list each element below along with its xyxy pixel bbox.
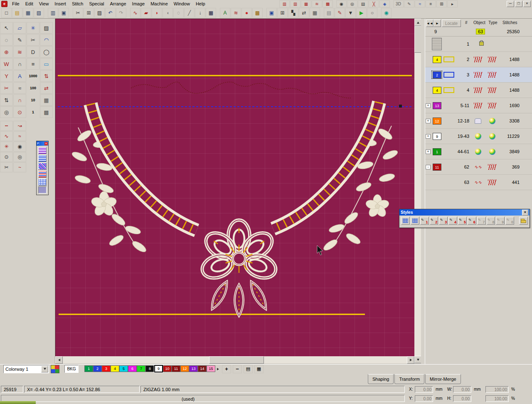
lettering-tool[interactable]: A <box>13 70 26 82</box>
zoom-preset-1000[interactable]: 1000 <box>27 70 39 82</box>
pattern-stamp-tool[interactable]: ▩ <box>40 106 53 118</box>
menu-item[interactable]: View <box>36 0 52 7</box>
wave-effect-tool[interactable]: ∿ <box>0 131 13 141</box>
object-row[interactable]: 4 2 1488 <box>425 52 532 67</box>
expander-toggle[interactable]: - <box>426 165 431 169</box>
filter-button[interactable]: ▼ <box>345 8 356 18</box>
thread-color-chip[interactable]: 4 <box>432 56 442 63</box>
menu-item[interactable]: Insert <box>52 0 69 7</box>
film-tool[interactable]: ▦ <box>40 94 53 106</box>
digitize-polygon-tool[interactable]: ▱ <box>13 22 26 34</box>
motif-run-icon[interactable]: ≋ <box>312 0 322 7</box>
select-tool[interactable]: ↖ <box>0 22 13 34</box>
save-design-button[interactable]: ▦ <box>23 8 33 18</box>
palette-editor-icon[interactable] <box>51 365 59 373</box>
pointer-help-icon[interactable]: ▸ <box>447 0 458 7</box>
panel-splitter[interactable] <box>421 19 425 364</box>
open-design-button[interactable]: ▤ <box>12 8 22 18</box>
color-film-view-button[interactable]: ◄◄ <box>426 20 433 27</box>
menu-item[interactable]: Edit <box>22 0 36 7</box>
object-row[interactable]: 63 441 <box>425 175 532 190</box>
colorway-chip[interactable]: 4 <box>111 365 119 372</box>
needle-edit-button[interactable]: ✎ <box>335 8 345 18</box>
styles-title-bar[interactable]: Styles × <box>399 209 530 215</box>
hoop-toggle-button[interactable]: ○ <box>367 8 377 18</box>
colorway-chip[interactable]: 14 <box>198 365 207 372</box>
colorway-chip[interactable]: 10 <box>163 365 172 372</box>
redo-button[interactable]: ↷ <box>116 8 126 18</box>
zigzag-input-tool[interactable]: ≋ <box>13 46 26 58</box>
eyelet-tool[interactable]: ⊙ <box>13 106 26 118</box>
export-machine-file-button[interactable]: ▧ <box>34 8 44 18</box>
mini-palette-title-bar[interactable]: P. × <box>37 141 48 146</box>
hoop-rotate-tool[interactable]: ∩ <box>13 94 26 106</box>
apply-style-3[interactable]: 3 <box>439 217 448 225</box>
ring-small-tool[interactable]: ◎ <box>13 152 26 162</box>
apply-style-9[interactable]: 9 <box>496 217 505 225</box>
thread-colors-button[interactable]: ● <box>241 8 252 18</box>
drop-shape-tool[interactable]: D <box>27 46 39 58</box>
background-color-button[interactable]: BKG <box>64 365 79 373</box>
array-layout-button[interactable]: ▦ <box>310 8 320 18</box>
thread-color-chip[interactable]: 4 <box>432 86 442 94</box>
expander-toggle[interactable]: + <box>426 134 431 139</box>
warp-effect-icon[interactable]: ✎ <box>404 0 414 7</box>
cut-button[interactable]: ✂ <box>73 8 83 18</box>
vertical-scroll-thumb[interactable] <box>414 26 421 53</box>
scroll-right-button[interactable] <box>407 356 414 364</box>
colorway-select[interactable]: Colorway 1 <box>3 365 49 373</box>
fill-pattern-4[interactable] <box>38 171 47 178</box>
outline-dotted-button[interactable]: ◌ <box>173 8 184 18</box>
colorway-chip[interactable]: 15 <box>207 365 215 372</box>
menu-item[interactable]: Stitch <box>69 0 86 7</box>
lasso-select-tool[interactable]: ◌ <box>0 34 13 46</box>
fill-pattern-1[interactable] <box>38 147 47 154</box>
applique-icon[interactable]: ◈ <box>379 0 390 7</box>
apply-style-0[interactable]: 0 <box>505 217 514 225</box>
run-journey-tool[interactable]: ┅ <box>0 121 13 131</box>
eyelet-small-tool[interactable]: ⊙ <box>0 152 13 162</box>
arc-input-tool[interactable]: ◠ <box>40 34 53 46</box>
chevron-down-icon[interactable] <box>41 366 48 372</box>
tatami-stitch-icon[interactable]: ▦ <box>301 0 311 7</box>
trim-tool[interactable]: ✂ <box>0 82 13 94</box>
object-row[interactable]: 1 <box>425 37 532 52</box>
fill-pattern-5[interactable] <box>38 179 47 186</box>
colorway-chip[interactable]: 9 <box>154 365 163 372</box>
undo-button[interactable]: ↶ <box>105 8 116 18</box>
menu-item[interactable]: Image <box>129 0 148 7</box>
colorway-chip[interactable]: 7 <box>137 365 145 372</box>
thread-chart-icon[interactable]: ▦ <box>254 365 264 373</box>
w-field[interactable]: 0.00 <box>453 386 471 393</box>
apply-style-6[interactable]: 6 <box>468 217 476 225</box>
column-stitch-icon[interactable]: ▥ <box>279 0 290 7</box>
mirror-swap-button[interactable]: ⇄ <box>299 8 309 18</box>
thread-color-chip[interactable]: 2 <box>432 71 442 78</box>
object-view-button[interactable]: ► <box>433 20 441 27</box>
ripple-tool[interactable]: ≈ <box>13 131 26 141</box>
locate-button[interactable]: Locate <box>442 20 461 27</box>
color-palette-button[interactable]: ▩ <box>252 8 263 18</box>
thread-color-chip[interactable]: 13 <box>432 102 442 109</box>
line-tool-button[interactable]: ╱ <box>184 8 195 18</box>
apply-style-5[interactable]: 5 <box>458 217 467 225</box>
style-film-b[interactable] <box>411 217 419 225</box>
colorway-chip[interactable]: 2 <box>93 365 102 372</box>
apply-style-8[interactable]: 8 <box>487 217 495 225</box>
design-report-button[interactable]: ▤ <box>324 8 334 18</box>
object-row[interactable]: + 13 5-11 1690 <box>425 98 532 113</box>
3d-view-button[interactable]: 3D <box>393 0 404 7</box>
remove-color-button[interactable]: − <box>233 365 242 373</box>
style-film-a[interactable] <box>401 217 410 225</box>
object-list-icon[interactable]: ≡ <box>426 0 436 7</box>
thread-color-chip[interactable]: 9 <box>432 132 442 140</box>
zoom-preset-10[interactable]: 10 <box>27 94 39 106</box>
jump-tool[interactable]: ↝ <box>13 121 26 131</box>
ellipse-tool[interactable]: ◯ <box>40 46 53 58</box>
expander-toggle[interactable]: + <box>426 149 431 154</box>
stitch-list-tool[interactable]: ≡ <box>27 58 39 70</box>
digitize-fill-button[interactable]: ▰ <box>141 8 151 18</box>
quilt-effect-icon[interactable]: ≈ <box>415 0 425 7</box>
updown-tool[interactable]: ⇅ <box>0 94 13 106</box>
new-design-button[interactable]: □ <box>1 8 12 18</box>
